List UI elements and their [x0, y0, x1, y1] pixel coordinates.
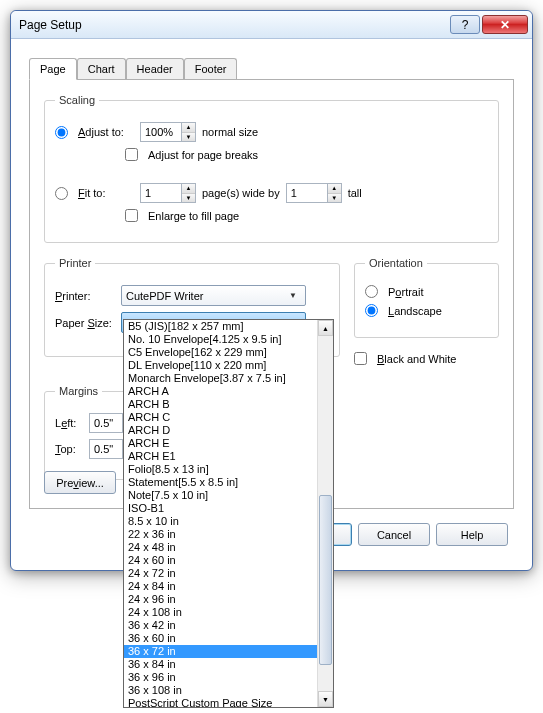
orientation-group: Orientation Portrait Landscape: [354, 257, 499, 338]
scaling-group: Scaling Adjust to: ▲▼ normal size Adjust…: [44, 94, 499, 243]
adjust-percent-spinner[interactable]: ▲▼: [140, 122, 196, 142]
dropdown-item[interactable]: 24 x 60 in: [124, 554, 317, 567]
dropdown-item[interactable]: ARCH B: [124, 398, 317, 411]
fit-mid-label: page(s) wide by: [202, 187, 280, 199]
adjust-after-label: normal size: [202, 126, 258, 138]
fit-wide-spinner[interactable]: ▲▼: [140, 183, 196, 203]
tab-header[interactable]: Header: [126, 58, 184, 80]
dropdown-scrollbar[interactable]: ▲ ▼: [317, 320, 333, 707]
dropdown-item[interactable]: 24 x 72 in: [124, 567, 317, 580]
dropdown-item[interactable]: 22 x 36 in: [124, 528, 317, 541]
help-button[interactable]: Help: [436, 523, 508, 546]
tab-page[interactable]: Page: [29, 58, 77, 80]
dropdown-item[interactable]: 24 x 96 in: [124, 593, 317, 606]
help-titlebar-button[interactable]: ?: [450, 15, 480, 34]
dropdown-item[interactable]: ARCH E1: [124, 450, 317, 463]
cancel-button[interactable]: Cancel: [358, 523, 430, 546]
dropdown-item[interactable]: 36 x 108 in: [124, 684, 317, 697]
tab-strip: Page Chart Header Footer: [29, 57, 514, 80]
dropdown-item[interactable]: DL Envelope[110 x 220 mm]: [124, 359, 317, 372]
dropdown-item[interactable]: 8.5 x 10 in: [124, 515, 317, 528]
dropdown-item[interactable]: ISO-B1: [124, 502, 317, 515]
tab-footer[interactable]: Footer: [184, 58, 238, 80]
dropdown-item[interactable]: No. 10 Envelope[4.125 x 9.5 in]: [124, 333, 317, 346]
dropdown-item[interactable]: PostScript Custom Page Size: [124, 697, 317, 707]
fit-tall-spinner[interactable]: ▲▼: [286, 183, 342, 203]
adjust-page-breaks-label[interactable]: Adjust for page breaks: [148, 149, 258, 161]
dropdown-item[interactable]: Statement[5.5 x 8.5 in]: [124, 476, 317, 489]
paper-size-label: Paper Size:: [55, 317, 115, 329]
fit-tall-input[interactable]: [287, 185, 327, 201]
tab-chart[interactable]: Chart: [77, 58, 126, 80]
fit-tall-after-label: tall: [348, 187, 362, 199]
spinner-down-icon[interactable]: ▼: [182, 133, 195, 142]
preview-button[interactable]: Preview...: [44, 471, 116, 494]
dropdown-item[interactable]: 36 x 84 in: [124, 658, 317, 671]
landscape-radio[interactable]: [365, 304, 378, 317]
left-margin-input[interactable]: [90, 415, 122, 431]
spinner-down-icon[interactable]: ▼: [182, 194, 195, 203]
dropdown-item[interactable]: Monarch Envelope[3.87 x 7.5 in]: [124, 372, 317, 385]
margins-legend: Margins: [55, 385, 102, 397]
enlarge-checkbox[interactable]: [125, 209, 138, 222]
dropdown-item[interactable]: ARCH C: [124, 411, 317, 424]
orientation-legend: Orientation: [365, 257, 427, 269]
close-button[interactable]: ✕: [482, 15, 528, 34]
scrollbar-thumb[interactable]: [319, 495, 332, 665]
help-icon: ?: [462, 18, 469, 32]
dropdown-item[interactable]: B5 (JIS)[182 x 257 mm]: [124, 320, 317, 333]
chevron-down-icon: ▼: [285, 288, 301, 303]
window-title: Page Setup: [19, 18, 448, 32]
adjust-page-breaks-checkbox[interactable]: [125, 148, 138, 161]
dropdown-item[interactable]: 36 x 96 in: [124, 671, 317, 684]
top-margin-label: Top:: [55, 443, 83, 455]
portrait-label[interactable]: Portrait: [388, 286, 423, 298]
fit-to-radio[interactable]: [55, 187, 68, 200]
close-icon: ✕: [500, 18, 510, 32]
landscape-label[interactable]: Landscape: [388, 305, 442, 317]
dropdown-item[interactable]: 36 x 60 in: [124, 632, 317, 645]
scroll-down-button[interactable]: ▼: [318, 691, 333, 707]
enlarge-label[interactable]: Enlarge to fill page: [148, 210, 239, 222]
black-white-label[interactable]: Black and White: [377, 353, 457, 365]
black-white-checkbox[interactable]: [354, 352, 367, 365]
printer-combobox[interactable]: CutePDF Writer ▼: [121, 285, 306, 306]
spinner-down-icon[interactable]: ▼: [328, 194, 341, 203]
top-margin-input[interactable]: [90, 441, 122, 457]
dropdown-item[interactable]: ARCH A: [124, 385, 317, 398]
dropdown-item[interactable]: 24 x 84 in: [124, 580, 317, 593]
printer-value: CutePDF Writer: [126, 290, 203, 302]
paper-size-dropdown[interactable]: B5 (JIS)[182 x 257 mm]No. 10 Envelope[4.…: [123, 319, 334, 708]
dropdown-item[interactable]: 24 x 48 in: [124, 541, 317, 554]
adjust-to-label[interactable]: Adjust to:: [78, 126, 134, 138]
scroll-up-button[interactable]: ▲: [318, 320, 333, 336]
dropdown-item[interactable]: 36 x 42 in: [124, 619, 317, 632]
dropdown-item[interactable]: Folio[8.5 x 13 in]: [124, 463, 317, 476]
dropdown-item[interactable]: Note[7.5 x 10 in]: [124, 489, 317, 502]
spinner-up-icon[interactable]: ▲: [182, 123, 195, 133]
dropdown-item[interactable]: ARCH E: [124, 437, 317, 450]
dropdown-item[interactable]: C5 Envelope[162 x 229 mm]: [124, 346, 317, 359]
left-margin-label: Left:: [55, 417, 83, 429]
scaling-legend: Scaling: [55, 94, 99, 106]
fit-to-label[interactable]: Fit to:: [78, 187, 134, 199]
fit-wide-input[interactable]: [141, 185, 181, 201]
printer-label: Printer:: [55, 290, 115, 302]
portrait-radio[interactable]: [365, 285, 378, 298]
titlebar: Page Setup ? ✕: [11, 11, 532, 39]
dropdown-item[interactable]: 24 x 108 in: [124, 606, 317, 619]
printer-legend: Printer: [55, 257, 95, 269]
spinner-up-icon[interactable]: ▲: [328, 184, 341, 194]
spinner-up-icon[interactable]: ▲: [182, 184, 195, 194]
adjust-percent-input[interactable]: [141, 124, 181, 140]
adjust-to-radio[interactable]: [55, 126, 68, 139]
dropdown-item[interactable]: 36 x 72 in: [124, 645, 317, 658]
dropdown-item[interactable]: ARCH D: [124, 424, 317, 437]
